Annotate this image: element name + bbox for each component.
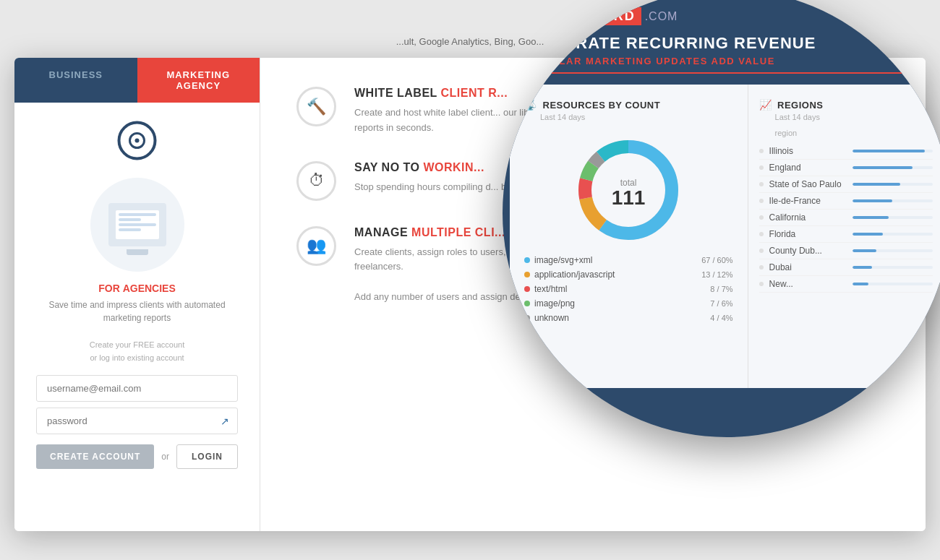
username-input[interactable]: [36, 375, 238, 402]
brand-board: BOARD: [575, 7, 641, 25]
legend-value-unknown: 4 / 4%: [710, 314, 732, 322]
agencies-tagline: Save time and impress clients with autom…: [14, 298, 260, 324]
octoboard-brand: OCTO BOARD .COM: [528, 7, 926, 25]
region-bar-sao-paulo: [853, 183, 933, 186]
region-bar-fill: [853, 183, 901, 186]
regions-title: 📈 REGIONS: [759, 99, 933, 111]
region-name-florida: Florida: [769, 229, 849, 239]
region-bar-florida: [853, 233, 933, 236]
sidebar-nav-business[interactable]: BUSINESS: [14, 58, 137, 103]
feature-icon-hammer: 🔨: [296, 87, 336, 126]
legend-value-svg: 67 / 60%: [701, 256, 732, 264]
legend-item-js: application/javascript 13 / 12%: [524, 270, 733, 280]
legend-dot-png: [524, 301, 530, 306]
donut-legend: image/svg+xml 67 / 60% application/javas…: [524, 255, 733, 323]
legend-name-svg: image/svg+xml: [534, 255, 697, 265]
region-bar-california: [853, 216, 933, 219]
region-bullet: [759, 215, 764, 220]
region-county-dublin: County Dub...: [759, 243, 933, 259]
region-bar-fill: [853, 249, 876, 252]
region-bar-dubai: [853, 266, 933, 269]
sidebar-illustration: [80, 178, 195, 264]
legend-dot-svg: [524, 257, 530, 263]
region-name-new: New...: [769, 279, 849, 289]
sidebar-logo: [117, 121, 157, 163]
create-account-button[interactable]: CREATE ACCOUNT: [36, 444, 154, 469]
region-bullet: [759, 182, 764, 186]
magnify-overlay: OCTO BOARD .COM GENERATE RECURRING REVEN…: [503, 0, 940, 437]
legend-item-svg: image/svg+xml 67 / 60%: [524, 255, 733, 265]
sidebar: BUSINESS MARKETING AGENCY: [14, 58, 260, 531]
brand-com: .COM: [645, 10, 678, 23]
region-bullet: [759, 199, 764, 203]
region-england: England: [759, 160, 933, 176]
region-california: California: [759, 210, 933, 226]
or-label: or: [161, 452, 169, 462]
password-toggle-icon[interactable]: ↗: [221, 415, 229, 427]
region-bullet: [759, 149, 764, 153]
region-dubai: Dubai: [759, 259, 933, 276]
region-name-england: England: [769, 163, 849, 173]
region-bar-fill: [853, 216, 889, 219]
legend-dot-html: [524, 286, 530, 292]
sidebar-nav-agency[interactable]: MARKETING AGENCY: [137, 58, 260, 103]
panel-resources: 📡 RESOURCES BY COUNT Last 14 days: [510, 85, 748, 388]
region-name-illinois: Illinois: [769, 146, 849, 156]
region-bullet: [759, 282, 764, 286]
login-create-text: Create your FREE account or log into exi…: [36, 339, 238, 364]
region-bar-dublin: [853, 249, 933, 252]
feature-icon-users: 👥: [296, 226, 336, 266]
magnify-divider: [528, 72, 926, 74]
region-bullet: [759, 232, 764, 236]
region-bar-fill: [853, 283, 868, 285]
region-name-california: California: [769, 212, 849, 223]
svg-text:111: 111: [612, 186, 646, 209]
legend-item-png: image/png 7 / 6%: [524, 298, 733, 309]
legend-dot-js: [524, 272, 530, 277]
region-ile-de-france: Ile-de-France: [759, 193, 933, 210]
sidebar-login: Create your FREE account or log into exi…: [14, 324, 260, 469]
top-banner-text: ...ult, Google Analytics, Bing, Goo...: [396, 36, 544, 47]
login-buttons: CREATE ACCOUNT or LOGIN: [36, 444, 238, 469]
region-bar-england: [853, 166, 933, 169]
legend-item-unknown: unknown 4 / 4%: [524, 313, 733, 323]
legend-value-html: 8 / 7%: [710, 285, 732, 293]
regions-col-header: region: [775, 129, 933, 137]
password-input[interactable]: [36, 408, 238, 434]
region-bullet: [759, 165, 764, 170]
region-name-county-dublin: County Dub...: [769, 246, 849, 256]
region-illinois: Illinois: [759, 143, 933, 160]
sidebar-nav: BUSINESS MARKETING AGENCY: [14, 58, 260, 103]
legend-name-html: text/html: [534, 284, 706, 294]
feature-icon-clock: ⏱: [296, 161, 336, 201]
regions-list: Illinois England State of Sao Paulo: [759, 143, 933, 293]
svg-point-2: [135, 139, 140, 143]
region-bar-fill: [853, 233, 883, 236]
region-bar-fill: [853, 199, 893, 202]
legend-item-html: text/html 8 / 7%: [524, 284, 733, 294]
region-name-sao-paulo: State of Sao Paulo: [769, 179, 849, 189]
region-bar-fill: [853, 166, 913, 169]
region-florida: Florida: [759, 226, 933, 243]
regions-icon: 📈: [759, 99, 772, 111]
legend-name-png: image/png: [534, 298, 706, 309]
legend-value-png: 7 / 6%: [710, 299, 732, 308]
dashboard-panel: 📡 RESOURCES BY COUNT Last 14 days: [510, 85, 940, 388]
legend-value-js: 13 / 12%: [701, 270, 732, 279]
legend-name-unknown: unknown: [534, 313, 706, 323]
region-bar-fill: [853, 150, 925, 152]
region-name-ile-de-france: Ile-de-France: [769, 196, 849, 206]
for-agencies-heading: FOR AGENCIES Save time and impress clien…: [14, 283, 260, 324]
brand-octo: OCTO: [528, 9, 571, 24]
login-button[interactable]: LOGIN: [176, 444, 238, 469]
resources-title: 📡 RESOURCES BY COUNT: [524, 99, 733, 111]
region-bar-new: [853, 283, 933, 285]
magnify-tagline-sub: REGULAR MARKETING UPDATES ADD VALUE: [528, 56, 926, 66]
region-new: New...: [759, 276, 933, 293]
resources-subtitle: Last 14 days: [540, 113, 733, 121]
region-bar-ile: [853, 199, 933, 202]
region-bar-fill: [853, 266, 873, 269]
legend-name-js: application/javascript: [534, 270, 697, 280]
donut-chart: total 111: [571, 132, 686, 248]
region-bullet: [759, 249, 764, 253]
